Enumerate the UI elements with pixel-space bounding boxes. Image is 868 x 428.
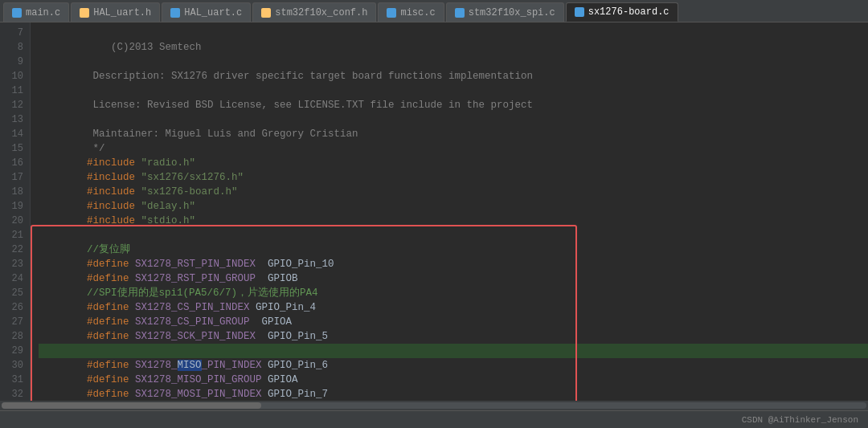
code-line-8 <box>39 40 868 55</box>
code-line-25: #define SX1278_CS_PIN_INDEX GPIO_Pin_4 <box>39 286 868 300</box>
tab-icon <box>261 8 271 18</box>
tab-sx1276-board[interactable]: sx1276-board.c <box>566 2 678 22</box>
code-line-18: #include "delay.h" <box>39 185 868 199</box>
tab-icon <box>455 8 465 18</box>
tab-icon <box>387 8 396 18</box>
code-line-20 <box>39 214 868 228</box>
tab-main-c[interactable]: main.c <box>3 2 69 22</box>
scroll-track[interactable] <box>2 402 866 409</box>
tab-icon <box>575 7 584 17</box>
code-line-14: */ <box>39 127 868 141</box>
horizontal-scrollbar[interactable] <box>0 401 868 410</box>
tab-stm32f10x-conf[interactable]: stm32f10x_conf.h <box>252 2 376 22</box>
code-line-9: Description: SX1276 driver specific targ… <box>39 55 868 69</box>
code-line-28: #define SX1278_SCK_PIN_GROUP GPIOA <box>39 329 868 344</box>
code-line-26: #define SX1278_CS_PIN_GROUP GPIOA <box>39 300 868 315</box>
code-line-31: #define SX1278_MOSI_PIN_INDEX GPIO_Pin_7 <box>39 373 868 387</box>
code-content[interactable]: (C)2013 Semtech Description: SX1276 driv… <box>31 22 868 401</box>
tab-icon <box>170 8 180 18</box>
code-line-10 <box>39 69 868 84</box>
code-line-12 <box>39 98 868 112</box>
code-line-30: #define SX1278_MISO_PIN_GROUP GPIOA <box>39 358 868 373</box>
tab-misc-c[interactable]: misc.c <box>378 2 444 22</box>
code-area: 7 8 9 10 11 12 13 14 15 16 17 18 19 20 2… <box>0 22 868 401</box>
code-line-24: //SPI使用的是spi1(PA5/6/7)，片选使用的PA4 <box>39 271 868 286</box>
code-line-32: #define SX1278_MOSI_PIN_GROUP GPIOA <box>39 387 868 401</box>
code-line-13: Maintainer: Miguel Luis and Gregory Cris… <box>39 112 868 127</box>
code-line-23: #define SX1278_RST_PIN_GROUP GPIOB <box>39 257 868 271</box>
tab-hal-uart-h[interactable]: HAL_uart.h <box>71 2 160 22</box>
tab-stm32f10x-spi[interactable]: stm32f10x_spi.c <box>446 2 564 22</box>
code-line-7: (C)2013 Semtech <box>39 26 868 40</box>
scroll-thumb[interactable] <box>2 402 261 409</box>
tab-hal-uart-c[interactable]: HAL_uart.c <box>162 2 251 22</box>
bottom-bar: CSDN @AiThinker_Jenson <box>0 410 868 428</box>
code-line-17: #include "sx1276-board.h" <box>39 170 868 185</box>
tab-bar: main.c HAL_uart.h HAL_uart.c stm32f10x_c… <box>0 0 868 22</box>
editor-container: main.c HAL_uart.h HAL_uart.c stm32f10x_c… <box>0 0 868 428</box>
code-line-29: #define SX1278_MISO_PIN_INDEX GPIO_Pin_6 <box>39 344 868 358</box>
tab-icon <box>12 8 22 18</box>
code-line-16: #include "sx1276/sx1276.h" <box>39 156 868 170</box>
credit-label: CSDN @AiThinker_Jenson <box>742 415 858 425</box>
code-line-15: #include "radio.h" <box>39 141 868 156</box>
line-numbers: 7 8 9 10 11 12 13 14 15 16 17 18 19 20 2… <box>0 22 31 401</box>
code-line-21: //复位脚 <box>39 228 868 243</box>
tab-icon <box>80 8 89 18</box>
code-line-19: #include "stdio.h" <box>39 199 868 214</box>
code-line-22: #define SX1278_RST_PIN_INDEX GPIO_Pin_10 <box>39 243 868 257</box>
code-line-11: License: Revised BSD License, see LICENS… <box>39 84 868 98</box>
code-line-27: #define SX1278_SCK_PIN_INDEX GPIO_Pin_5 <box>39 315 868 329</box>
